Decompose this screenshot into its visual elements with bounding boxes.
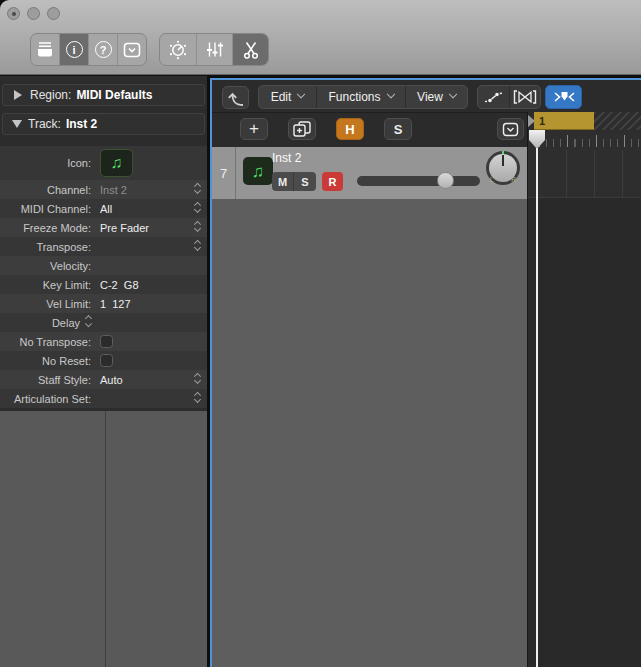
logic-pro-window: i ? [0,0,641,667]
hide-tracks-button[interactable]: H [336,118,364,140]
mute-button[interactable]: M [272,172,294,191]
library-button[interactable] [31,34,59,65]
functions-menu[interactable]: Functions [316,86,405,108]
param-row-transpose: Transpose: [0,237,207,256]
param-row-channel: Channel: Inst 2 [0,180,207,199]
close-button[interactable] [7,7,20,20]
track-name[interactable]: Inst 2 [272,151,301,165]
param-label: Staff Style: [0,374,96,386]
param-row-key-limit: Key Limit: C-2 G8 [0,275,207,294]
track-number: 7 [212,147,236,199]
automation-button[interactable] [478,86,509,108]
track-lane-inst2[interactable] [528,150,641,198]
param-row-midi-channel: MIDI Channel: All [0,199,207,218]
track-icon-box[interactable]: ♫ [243,157,273,185]
inspector-button[interactable]: i [59,34,88,65]
toolbar-config-button[interactable] [117,34,146,65]
pan-knob[interactable]: L R [486,151,520,185]
param-label: Velocity: [0,260,96,272]
editor-icon-group [477,85,541,109]
library-icon [36,41,54,58]
region-inspector-header[interactable]: Region: MIDI Defaults [2,84,205,106]
back-button[interactable] [222,86,249,109]
param-row-icon: Icon: ♫ [0,146,207,180]
chevron-down-icon [449,90,457,98]
track-header-value: Inst 2 [66,117,97,131]
param-label: Icon: [0,157,96,169]
param-value[interactable]: Inst 2 [96,184,127,196]
volume-slider[interactable] [357,176,480,186]
param-row-vel-limit: Vel Limit: 1 127 [0,294,207,313]
inspector-panel: Region: MIDI Defaults Track: Inst 2 Icon… [0,76,207,667]
view-toggle-group: i ? [30,33,147,66]
quick-help-button[interactable]: ? [88,34,117,65]
panel-toggle-group [159,33,269,66]
record-enable-button[interactable]: R [322,172,343,191]
smart-controls-icon [168,40,188,60]
disclosure-expanded-icon [12,120,22,128]
stepper-control[interactable] [86,316,91,329]
minimize-button[interactable] [27,7,40,20]
no-reset-checkbox[interactable] [100,354,113,367]
solo-tracks-button[interactable]: S [384,118,412,140]
catch-playhead-button[interactable] [545,85,582,109]
stepper-control[interactable] [195,373,200,386]
disclosure-collapsed-icon [14,90,22,100]
cycle-region[interactable]: 1 [534,112,594,130]
volume-slider-knob[interactable] [437,172,454,189]
chevron-down-icon [297,90,305,98]
ruler-cycle-band[interactable]: 1 [527,112,641,131]
track-list-empty-area[interactable] [212,199,527,667]
mute-solo-group: M S [272,172,316,191]
param-row-articulation-set: Articulation Set: [0,389,207,408]
view-menu[interactable]: View [405,86,467,108]
param-label: Freeze Mode: [0,222,96,234]
midi-in-button[interactable] [509,86,540,108]
solo-tracks-label: S [394,122,403,137]
automation-icon [484,90,504,104]
edit-menu[interactable]: Edit [259,86,316,108]
checkbox-dropdown-icon [502,122,519,137]
track-inspector-header[interactable]: Track: Inst 2 [2,113,205,135]
edit-menu-label: Edit [271,90,292,104]
stepper-control[interactable] [195,240,200,253]
stepper-control[interactable] [195,392,200,405]
no-transpose-checkbox[interactable] [100,335,113,348]
smart-controls-button[interactable] [160,34,196,65]
param-label: Vel Limit: [0,298,96,310]
param-label: No Reset: [0,355,96,367]
music-note-icon: ♫ [252,163,265,180]
mixer-icon [206,41,224,58]
param-value[interactable]: All [96,203,112,215]
editor-menu-group: Edit Functions View [258,85,468,109]
stepper-control[interactable] [195,202,200,215]
arrange-area[interactable] [528,150,641,667]
add-track-button[interactable]: + [240,118,268,140]
beat-gridline [594,150,595,198]
param-label: Key Limit: [0,279,96,291]
scissors-button[interactable] [232,34,268,65]
mixer-button[interactable] [196,34,232,65]
param-value[interactable]: C-2 G8 [96,279,139,291]
inspector-column-divider [105,411,106,667]
stepper-control[interactable] [195,221,200,234]
track-header-config-button[interactable] [497,118,524,140]
param-row-no-transpose: No Transpose: [0,332,207,351]
chevron-down-icon [386,90,394,98]
param-label: No Transpose: [0,336,96,348]
beat-gridline [566,150,567,198]
param-value[interactable]: 1 127 [96,298,131,310]
track-icon-well[interactable]: ♫ [100,149,133,177]
duplicate-track-button[interactable] [288,118,316,140]
param-value[interactable]: Auto [96,374,123,386]
param-value[interactable]: Pre Fader [96,222,149,234]
beat-gridline [622,150,623,198]
zoom-button[interactable] [47,7,60,20]
inspector-empty-area [0,411,207,667]
solo-button[interactable]: S [294,172,316,191]
region-header-value: MIDI Defaults [76,88,152,102]
track-header-inst2[interactable]: 7 ♫ Inst 2 M S R [212,147,527,199]
stepper-control[interactable] [195,183,200,196]
music-note-icon: ♫ [111,155,123,171]
catch-playhead-icon [553,91,575,103]
